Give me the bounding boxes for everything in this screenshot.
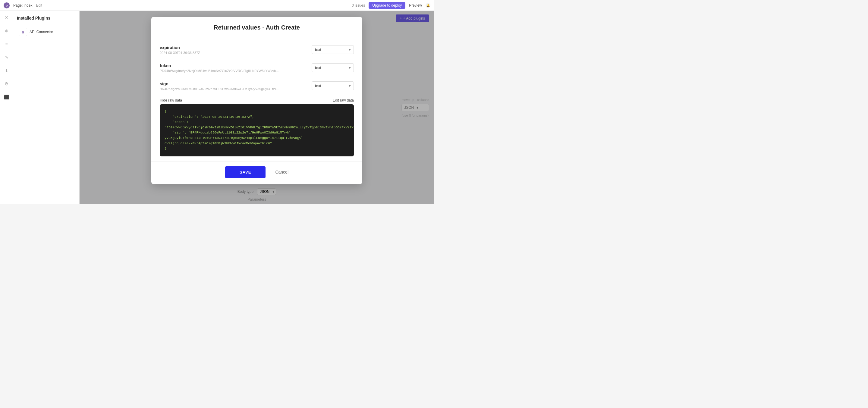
edit-icon[interactable]: ✎ bbox=[2, 53, 11, 61]
topbar: b Page: index Edit 0 issues Upgrade to d… bbox=[0, 0, 434, 11]
list-icon[interactable]: ≡ bbox=[2, 40, 11, 48]
plugin-panel: Installed Plugins b API Connector bbox=[13, 11, 80, 204]
settings-icon[interactable]: ⚙ bbox=[2, 80, 11, 88]
api-connector-item[interactable]: b API Connector bbox=[17, 25, 76, 38]
field-type-select-token[interactable]: text number boolean bbox=[312, 63, 354, 72]
save-button[interactable]: SAVE bbox=[225, 166, 266, 178]
field-info-sign: sign BR4RKdgczb9J6eFmUtl1G3i22w2e7t/Hu9P… bbox=[160, 81, 312, 91]
plugin-icon[interactable]: ⬇ bbox=[2, 66, 11, 75]
code-block: { "expiration": "2024-08-30T21:39:36.837… bbox=[160, 104, 354, 156]
modal-title: Returned values - Auth Create bbox=[160, 24, 354, 31]
preview-button[interactable]: Preview bbox=[409, 3, 422, 7]
plugin-panel-title: Installed Plugins bbox=[17, 16, 76, 21]
issues-count: 0 issues bbox=[352, 3, 365, 7]
modal-footer: SAVE Cancel bbox=[151, 161, 362, 184]
api-connector-label: API Connector bbox=[30, 30, 53, 34]
content-area: + + Add plugins Body type JSON ▼ Paramet… bbox=[80, 11, 434, 204]
modal-body[interactable]: expiration 2024-08-30T21:39:36.837Z text… bbox=[151, 36, 362, 161]
hide-raw-data-button[interactable]: Hide raw data bbox=[160, 98, 182, 102]
field-type-select-expiration[interactable]: text number boolean bbox=[312, 45, 354, 54]
modal-overlay: Returned values - Auth Create expiration… bbox=[80, 11, 434, 204]
field-type-select-sign[interactable]: text number boolean bbox=[312, 81, 354, 90]
upgrade-button[interactable]: Upgrade to deploy bbox=[369, 2, 405, 9]
cancel-button[interactable]: Cancel bbox=[275, 170, 288, 175]
field-value-expiration: 2024-08-30T21:39:36.837Z bbox=[160, 51, 280, 55]
sidebar-icons: ✕ ⊕ ≡ ✎ ⬇ ⚙ ⬛ bbox=[0, 11, 13, 204]
field-name-expiration: expiration bbox=[160, 45, 307, 50]
main-layout: ✕ ⊕ ≡ ✎ ⬇ ⚙ ⬛ Installed Plugins b API Co… bbox=[0, 11, 434, 204]
modal-header: Returned values - Auth Create bbox=[151, 17, 362, 36]
close-icon[interactable]: ✕ bbox=[2, 13, 11, 22]
field-name-token: token bbox=[160, 63, 307, 68]
edit-raw-data-button[interactable]: Edit raw data bbox=[333, 98, 354, 102]
page-label: Page: index bbox=[13, 3, 32, 7]
add-icon[interactable]: ⊕ bbox=[2, 27, 11, 35]
field-name-sign: sign bbox=[160, 81, 307, 86]
notification-icon[interactable]: 🔔 bbox=[426, 3, 430, 8]
edit-label[interactable]: Edit bbox=[36, 3, 42, 7]
field-select-wrap-expiration: text number boolean ▼ bbox=[312, 45, 354, 54]
field-row-sign: sign BR4RKdgczb9J6eFmUtl1G3i22w2e7t/Hu9P… bbox=[160, 77, 354, 95]
field-select-wrap-sign: text number boolean ▼ bbox=[312, 81, 354, 90]
field-info-expiration: expiration 2024-08-30T21:39:36.837Z bbox=[160, 45, 312, 55]
field-select-wrap-token: text number boolean ▼ bbox=[312, 63, 354, 72]
block-icon[interactable]: ⬛ bbox=[2, 93, 11, 101]
field-row-token: token PD94bWwgdmVyc2lvbjOiMS4wIiBlbmNvZG… bbox=[160, 59, 354, 77]
field-value-token: PD94bWwgdmVyc2lvbjOiMS4wIiBlbmNvZGluZz0i… bbox=[160, 69, 280, 73]
field-row-expiration: expiration 2024-08-30T21:39:36.837Z text… bbox=[160, 41, 354, 59]
field-info-token: token PD94bWwgdmVyc2lvbjOiMS4wIiBlbmNvZG… bbox=[160, 63, 312, 73]
app-logo: b bbox=[4, 2, 10, 8]
api-connector-icon: b bbox=[19, 28, 27, 36]
field-value-sign: BR4RKdgczb9J6eFmUtl1G3i22w2e7t/Hu9PwoOI3… bbox=[160, 87, 280, 91]
raw-data-header: Hide raw data Edit raw data bbox=[160, 95, 354, 104]
modal: Returned values - Auth Create expiration… bbox=[151, 17, 362, 184]
